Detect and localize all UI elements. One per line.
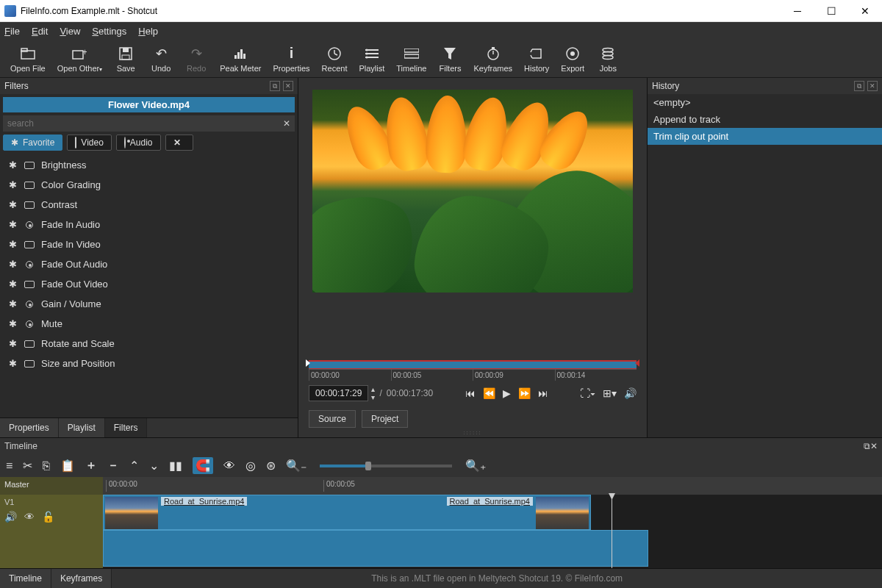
list-item[interactable]: ✱Color Grading — [0, 175, 298, 195]
skip-end-icon[interactable]: ⏭ — [538, 387, 548, 399]
resize-handle[interactable]: :::::: — [298, 428, 647, 437]
ripple-icon[interactable]: ◎ — [245, 459, 256, 473]
lock-icon[interactable]: 🔓 — [42, 511, 54, 523]
keyframes-button[interactable]: Keyframes — [467, 41, 518, 76]
zoom-options-icon[interactable]: ⛶▾ — [580, 387, 595, 399]
tab-properties[interactable]: Properties — [0, 418, 59, 437]
timeline-toolbar: ≡ ✂ ⎘ 📋 ＋ － ⌃ ⌄ ▮▮ 🧲 👁 ◎ ⊛ 🔍₋ 🔍₊ — [0, 454, 882, 477]
close-panel-icon[interactable]: ✕ — [870, 441, 878, 451]
menu-edit[interactable]: Edit — [32, 26, 48, 37]
tab-project[interactable]: Project — [362, 410, 408, 428]
scrub-icon[interactable]: 👁 — [223, 459, 235, 473]
undock-icon[interactable]: ⧉ — [864, 441, 870, 451]
zoom-in-icon[interactable]: 🔍₊ — [465, 459, 486, 473]
ripple-all-icon[interactable]: ⊛ — [266, 459, 276, 473]
close-button[interactable]: ✕ — [848, 0, 882, 22]
list-item[interactable]: ✱Fade Out Video — [0, 274, 298, 294]
list-item[interactable]: ✱Brightness — [0, 155, 298, 175]
filters-button[interactable]: Filters — [432, 41, 467, 76]
menu-view[interactable]: View — [60, 26, 80, 37]
list-item[interactable]: ✱Size and Position — [0, 354, 298, 373]
timeline-tracks[interactable]: 00:00:00 00:00:05 Road_at_Sunrise.mp4 Ro… — [103, 477, 882, 568]
play-icon[interactable]: ▶ — [503, 387, 511, 399]
copy-icon[interactable]: ⎘ — [43, 459, 50, 473]
openfile-button[interactable]: Open File — [4, 41, 51, 76]
playlist-button[interactable]: Playlist — [353, 41, 390, 76]
tab-filters[interactable]: Filters — [105, 418, 148, 437]
snap-icon[interactable]: 🧲 — [193, 457, 213, 474]
tab-favorite[interactable]: ✱Favorite — [3, 135, 62, 151]
tab-keyframes[interactable]: Keyframes — [51, 569, 112, 588]
menu-icon[interactable]: ≡ — [6, 459, 12, 473]
minimize-button[interactable]: ─ — [781, 0, 814, 22]
add-icon[interactable]: ＋ — [85, 458, 97, 473]
clear-search-icon[interactable]: ✕ — [279, 115, 295, 132]
star-icon: ✱ — [6, 219, 19, 230]
skip-start-icon[interactable]: ⏮ — [465, 387, 476, 399]
scrubber[interactable]: 00:00:00 00:00:05 00:00:09 00:00:14 — [309, 360, 637, 381]
history-button[interactable]: History — [518, 41, 555, 76]
list-item[interactable]: ✱Contrast — [0, 195, 298, 215]
svg-point-19 — [365, 56, 368, 58]
list-item[interactable]: ✱Rotate and Scale — [0, 334, 298, 354]
forward-icon[interactable]: ⏩ — [518, 387, 531, 399]
undock-icon[interactable]: ⧉ — [270, 81, 280, 91]
tab-audio[interactable]: Audio — [116, 135, 161, 151]
tab-timeline[interactable]: Timeline — [0, 569, 51, 588]
save-button[interactable]: Save — [108, 41, 143, 76]
stepper-icon[interactable]: ▴▾ — [371, 385, 375, 401]
maximize-button[interactable]: ☐ — [814, 0, 848, 22]
search-input[interactable] — [3, 115, 279, 132]
list-item[interactable]: ✱Fade In Video — [0, 234, 298, 254]
paste-icon[interactable]: 📋 — [60, 459, 75, 473]
list-item[interactable]: ✱Mute — [0, 314, 298, 334]
video-type-icon — [24, 340, 35, 348]
undock-icon[interactable]: ⧉ — [854, 81, 864, 91]
lift-icon[interactable]: ⌃ — [129, 459, 139, 473]
list-item[interactable]: ✱Fade In Audio — [0, 215, 298, 234]
volume-icon[interactable]: 🔊 — [624, 387, 637, 399]
export-button[interactable]: Export — [555, 41, 590, 76]
history-item[interactable]: <empty> — [648, 94, 882, 111]
remove-icon[interactable]: － — [107, 458, 119, 473]
rewind-icon[interactable]: ⏪ — [483, 387, 495, 399]
video-preview[interactable] — [312, 90, 633, 293]
redo-button[interactable]: ↷Redo — [179, 41, 214, 76]
timecode[interactable]: 00:00:17:29 — [309, 385, 368, 401]
peakmeter-button[interactable]: Peak Meter — [214, 41, 267, 76]
tab-source[interactable]: Source — [309, 410, 356, 428]
close-panel-icon[interactable]: ✕ — [283, 81, 293, 91]
filters-list[interactable]: ✱Brightness ✱Color Grading ✱Contrast ✱Fa… — [0, 155, 298, 417]
timeline-clip[interactable] — [103, 530, 648, 567]
timeline-clip[interactable]: Road_at_Sunrise.mp4 Road_at_Sunrise.mp4 — [103, 495, 591, 530]
tab-video[interactable]: Video — [67, 135, 111, 151]
list-item[interactable]: ✱Fade Out Audio — [0, 254, 298, 274]
cut-icon[interactable]: ✂ — [23, 459, 32, 473]
list-item[interactable]: ✱Gain / Volume — [0, 294, 298, 314]
menu-help[interactable]: Help — [138, 26, 158, 37]
undo-button[interactable]: ↶Undo — [143, 41, 179, 76]
history-item[interactable]: Trim clip out point — [648, 128, 882, 145]
history-item[interactable]: Append to track — [648, 111, 882, 128]
mute-icon[interactable]: 🔊 — [4, 511, 17, 523]
openother-button[interactable]: +Open Other▾ — [51, 41, 108, 76]
zoom-slider[interactable] — [320, 465, 452, 467]
timeline-ruler[interactable]: 00:00:00 00:00:05 — [103, 477, 882, 495]
menu-file[interactable]: File — [4, 26, 20, 37]
split-icon[interactable]: ▮▮ — [169, 459, 182, 473]
close-panel-icon[interactable]: ✕ — [867, 81, 878, 91]
hide-icon[interactable]: 👁 — [24, 511, 35, 523]
timeline-button[interactable]: Timeline — [390, 41, 432, 76]
menu-settings[interactable]: Settings — [92, 26, 126, 37]
recent-button[interactable]: Recent — [316, 41, 354, 76]
overwrite-icon[interactable]: ⌄ — [149, 459, 159, 473]
tab-close[interactable]: ✕ — [165, 135, 193, 151]
tab-playlist[interactable]: Playlist — [59, 418, 105, 437]
master-track[interactable]: Master — [0, 477, 103, 495]
properties-button[interactable]: iProperties — [267, 41, 315, 76]
jobs-button[interactable]: Jobs — [590, 41, 625, 76]
track-header-v1[interactable]: V1 🔊 👁 🔓 — [0, 495, 103, 568]
grid-icon[interactable]: ⊞▾ — [603, 387, 617, 399]
playhead[interactable] — [612, 495, 612, 568]
zoom-out-icon[interactable]: 🔍₋ — [286, 459, 306, 473]
